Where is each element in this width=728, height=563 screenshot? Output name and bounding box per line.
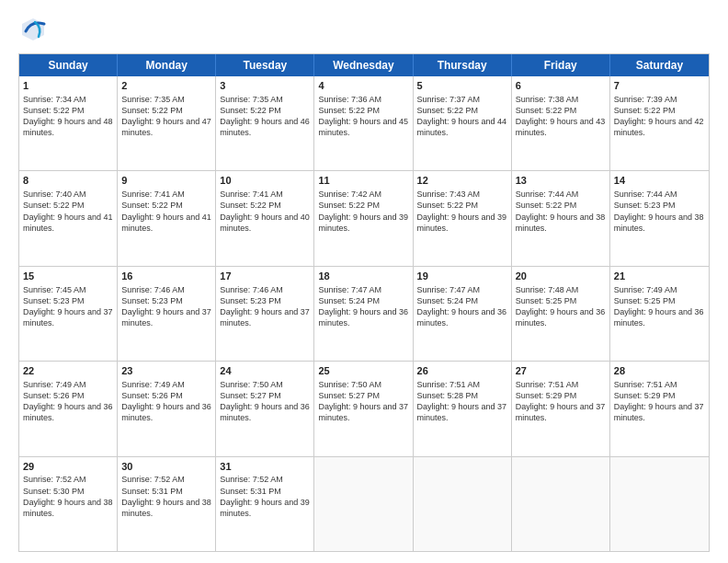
calendar: SundayMondayTuesdayWednesdayThursdayFrid… bbox=[18, 53, 710, 552]
daylight: Daylight: 9 hours and 36 minutes. bbox=[614, 307, 704, 327]
calendar-cell: 1Sunrise: 7:34 AMSunset: 5:22 PMDaylight… bbox=[19, 76, 118, 170]
daylight: Daylight: 9 hours and 38 minutes. bbox=[614, 213, 704, 233]
day-number: 20 bbox=[516, 270, 606, 283]
calendar-cell: 8Sunrise: 7:40 AMSunset: 5:22 PMDaylight… bbox=[19, 171, 118, 265]
daylight: Daylight: 9 hours and 36 minutes. bbox=[417, 307, 507, 327]
header-day: Saturday bbox=[610, 54, 709, 76]
header-day: Friday bbox=[512, 54, 610, 76]
sunset: Sunset: 5:22 PM bbox=[614, 106, 676, 115]
calendar-cell: 3Sunrise: 7:35 AMSunset: 5:22 PMDaylight… bbox=[216, 76, 314, 170]
calendar-cell bbox=[314, 457, 413, 551]
daylight: Daylight: 9 hours and 37 minutes. bbox=[614, 402, 704, 422]
day-number: 30 bbox=[121, 460, 211, 474]
daylight: Daylight: 9 hours and 36 minutes. bbox=[318, 307, 408, 327]
day-number: 11 bbox=[318, 174, 408, 188]
sunset: Sunset: 5:22 PM bbox=[121, 201, 183, 210]
calendar-row: 22Sunrise: 7:49 AMSunset: 5:26 PMDayligh… bbox=[19, 362, 709, 456]
header-day: Thursday bbox=[414, 54, 512, 76]
calendar-body: 1Sunrise: 7:34 AMSunset: 5:22 PMDaylight… bbox=[19, 76, 709, 551]
sunset: Sunset: 5:23 PM bbox=[220, 296, 281, 305]
calendar-cell: 31Sunrise: 7:52 AMSunset: 5:31 PMDayligh… bbox=[216, 457, 314, 551]
sunrise: Sunrise: 7:49 AM bbox=[121, 380, 185, 389]
page: SundayMondayTuesdayWednesdayThursdayFrid… bbox=[0, 0, 728, 563]
calendar-cell: 13Sunrise: 7:44 AMSunset: 5:22 PMDayligh… bbox=[512, 171, 610, 265]
day-number: 22 bbox=[23, 364, 113, 378]
sunset: Sunset: 5:22 PM bbox=[121, 106, 183, 115]
calendar-header: SundayMondayTuesdayWednesdayThursdayFrid… bbox=[19, 54, 709, 76]
calendar-cell: 29Sunrise: 7:52 AMSunset: 5:30 PMDayligh… bbox=[19, 457, 118, 551]
daylight: Daylight: 9 hours and 36 minutes. bbox=[23, 402, 113, 422]
sunset: Sunset: 5:22 PM bbox=[23, 106, 85, 115]
calendar-cell: 6Sunrise: 7:38 AMSunset: 5:22 PMDaylight… bbox=[512, 76, 610, 170]
day-number: 13 bbox=[516, 174, 606, 188]
header-day: Wednesday bbox=[314, 54, 413, 76]
day-number: 4 bbox=[318, 79, 408, 93]
calendar-row: 15Sunrise: 7:45 AMSunset: 5:23 PMDayligh… bbox=[19, 267, 709, 362]
sunrise: Sunrise: 7:41 AM bbox=[121, 190, 185, 199]
sunrise: Sunrise: 7:52 AM bbox=[121, 475, 185, 484]
calendar-cell: 26Sunrise: 7:51 AMSunset: 5:28 PMDayligh… bbox=[414, 362, 512, 455]
calendar-cell: 30Sunrise: 7:52 AMSunset: 5:31 PMDayligh… bbox=[118, 457, 216, 551]
sunset: Sunset: 5:24 PM bbox=[417, 296, 479, 305]
day-number: 1 bbox=[23, 79, 113, 93]
day-number: 6 bbox=[516, 79, 606, 93]
sunrise: Sunrise: 7:37 AM bbox=[417, 95, 481, 104]
daylight: Daylight: 9 hours and 39 minutes. bbox=[318, 213, 408, 233]
day-number: 8 bbox=[23, 174, 113, 188]
daylight: Daylight: 9 hours and 37 minutes. bbox=[417, 402, 507, 422]
sunset: Sunset: 5:22 PM bbox=[516, 106, 577, 115]
day-number: 12 bbox=[417, 174, 507, 188]
calendar-cell bbox=[512, 457, 610, 551]
daylight: Daylight: 9 hours and 38 minutes. bbox=[23, 498, 113, 518]
calendar-cell: 19Sunrise: 7:47 AMSunset: 5:24 PMDayligh… bbox=[414, 267, 512, 361]
daylight: Daylight: 9 hours and 41 minutes. bbox=[23, 213, 113, 233]
sunrise: Sunrise: 7:47 AM bbox=[318, 285, 381, 294]
calendar-cell bbox=[610, 457, 709, 551]
daylight: Daylight: 9 hours and 37 minutes. bbox=[220, 307, 310, 327]
day-number: 7 bbox=[614, 79, 705, 93]
calendar-cell: 11Sunrise: 7:42 AMSunset: 5:22 PMDayligh… bbox=[314, 171, 413, 265]
sunrise: Sunrise: 7:46 AM bbox=[220, 285, 283, 294]
sunrise: Sunrise: 7:51 AM bbox=[516, 380, 579, 389]
sunset: Sunset: 5:26 PM bbox=[23, 391, 85, 400]
calendar-cell: 15Sunrise: 7:45 AMSunset: 5:23 PMDayligh… bbox=[19, 267, 118, 361]
sunset: Sunset: 5:22 PM bbox=[417, 201, 479, 210]
sunset: Sunset: 5:22 PM bbox=[220, 106, 281, 115]
sunset: Sunset: 5:22 PM bbox=[220, 201, 281, 210]
calendar-cell: 2Sunrise: 7:35 AMSunset: 5:22 PMDaylight… bbox=[118, 76, 216, 170]
calendar-cell bbox=[414, 457, 512, 551]
sunrise: Sunrise: 7:35 AM bbox=[121, 95, 185, 104]
daylight: Daylight: 9 hours and 37 minutes. bbox=[318, 402, 408, 422]
calendar-cell: 9Sunrise: 7:41 AMSunset: 5:22 PMDaylight… bbox=[118, 171, 216, 265]
sunrise: Sunrise: 7:39 AM bbox=[614, 95, 677, 104]
calendar-cell: 25Sunrise: 7:50 AMSunset: 5:27 PMDayligh… bbox=[314, 362, 413, 455]
sunrise: Sunrise: 7:40 AM bbox=[23, 190, 86, 199]
sunset: Sunset: 5:29 PM bbox=[614, 391, 676, 400]
sunrise: Sunrise: 7:52 AM bbox=[23, 475, 86, 484]
calendar-cell: 20Sunrise: 7:48 AMSunset: 5:25 PMDayligh… bbox=[512, 267, 610, 361]
sunrise: Sunrise: 7:47 AM bbox=[417, 285, 481, 294]
sunrise: Sunrise: 7:48 AM bbox=[516, 285, 579, 294]
daylight: Daylight: 9 hours and 39 minutes. bbox=[220, 498, 310, 518]
sunrise: Sunrise: 7:49 AM bbox=[614, 285, 677, 294]
day-number: 16 bbox=[121, 270, 211, 283]
daylight: Daylight: 9 hours and 37 minutes. bbox=[23, 307, 113, 327]
calendar-cell: 7Sunrise: 7:39 AMSunset: 5:22 PMDaylight… bbox=[610, 76, 709, 170]
day-number: 19 bbox=[417, 270, 507, 283]
daylight: Daylight: 9 hours and 37 minutes. bbox=[516, 402, 606, 422]
calendar-cell: 23Sunrise: 7:49 AMSunset: 5:26 PMDayligh… bbox=[118, 362, 216, 455]
sunset: Sunset: 5:23 PM bbox=[23, 296, 85, 305]
sunset: Sunset: 5:23 PM bbox=[614, 201, 676, 210]
day-number: 21 bbox=[614, 270, 705, 283]
logo bbox=[18, 15, 53, 44]
header-day: Tuesday bbox=[216, 54, 314, 76]
daylight: Daylight: 9 hours and 40 minutes. bbox=[220, 213, 310, 233]
day-number: 28 bbox=[614, 364, 705, 378]
sunset: Sunset: 5:28 PM bbox=[417, 391, 479, 400]
daylight: Daylight: 9 hours and 37 minutes. bbox=[121, 307, 211, 327]
sunset: Sunset: 5:22 PM bbox=[318, 106, 380, 115]
sunrise: Sunrise: 7:51 AM bbox=[614, 380, 677, 389]
sunrise: Sunrise: 7:36 AM bbox=[318, 95, 381, 104]
daylight: Daylight: 9 hours and 46 minutes. bbox=[220, 117, 310, 137]
sunrise: Sunrise: 7:51 AM bbox=[417, 380, 481, 389]
